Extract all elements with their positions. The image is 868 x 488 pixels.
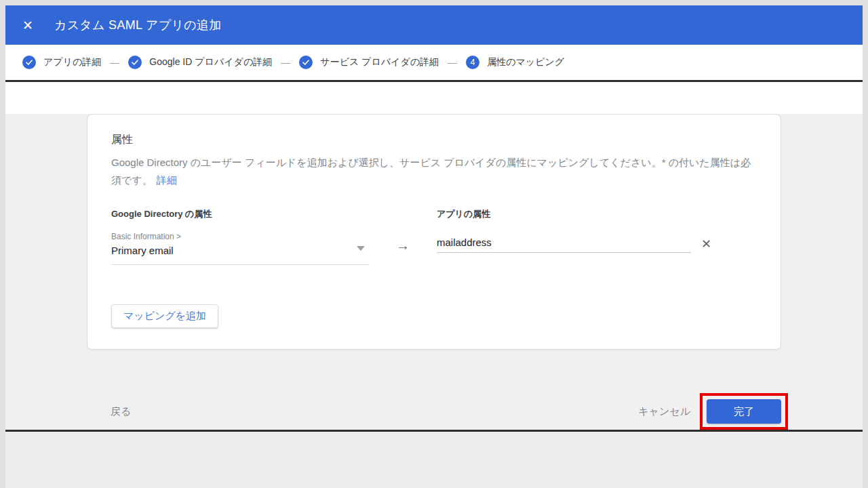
dialog-title: カスタム SAML アプリの追加 [54,17,222,33]
details-link[interactable]: 詳細 [157,174,177,186]
check-icon [299,56,313,69]
card-title: 属性 [111,132,757,147]
add-saml-app-dialog: ✕ カスタム SAML アプリの追加 アプリの詳細 — Google ID プロ… [5,5,863,483]
step-number-badge: 4 [466,56,479,69]
card-description: Google Directory のユーザー フィールドを追加および選択し、サー… [111,154,757,189]
lower-background [5,432,863,488]
google-directory-column-header: Google Directory の属性 [111,208,437,220]
step-google-idp-details[interactable]: Google ID プロバイダの詳細 [128,56,272,69]
mapping-row: Basic Information > Primary email → ✕ [111,231,757,265]
step-number: 4 [471,58,475,66]
stepper: アプリの詳細 — Google ID プロバイダの詳細 — サービス プロバイダ… [5,45,863,80]
app-attribute-input[interactable] [437,237,691,253]
add-mapping-button[interactable]: マッピングを追加 [111,304,218,328]
step-label: サービス プロバイダの詳細 [320,56,439,68]
column-headers: Google Directory の属性 アプリの属性 [111,208,757,220]
directory-attribute-select[interactable]: Basic Information > Primary email [111,231,369,265]
close-icon[interactable]: ✕ [22,19,33,32]
dialog-footer: 戻る キャンセル 完了 [87,388,788,435]
app-attribute-field-wrap [437,237,691,253]
mapping-arrow-icon: → [369,238,437,253]
check-icon [22,56,36,69]
check-icon [128,56,142,69]
back-button[interactable]: 戻る [111,405,131,418]
step-separator: — [448,57,457,68]
select-category-label: Basic Information > [111,231,369,242]
app-attribute-column-header: アプリの属性 [437,208,490,220]
delete-mapping-icon[interactable]: ✕ [701,238,711,250]
done-button[interactable]: 完了 [707,399,781,424]
attributes-card: 属性 Google Directory のユーザー フィールドを追加および選択し… [87,114,781,350]
step-separator: — [110,57,119,68]
dialog-body: 属性 Google Directory のユーザー フィールドを追加および選択し… [5,114,863,430]
dropdown-caret-icon [357,246,365,251]
step-service-provider-details[interactable]: サービス プロバイダの詳細 [299,56,439,69]
step-attribute-mapping[interactable]: 4 属性のマッピング [466,56,564,69]
screenshot-root: ✕ カスタム SAML アプリの追加 アプリの詳細 — Google ID プロ… [0,0,868,488]
step-separator: — [281,57,290,68]
header-divider [5,80,863,82]
annotation-highlight-box: 完了 [700,393,788,430]
select-value: Primary email [111,242,369,260]
step-app-details[interactable]: アプリの詳細 [22,56,101,69]
card-description-text: Google Directory のユーザー フィールドを追加および選択し、サー… [111,157,751,186]
cancel-button[interactable]: キャンセル [638,405,690,418]
step-label: 属性のマッピング [487,56,564,68]
dialog-header: ✕ カスタム SAML アプリの追加 [5,5,863,45]
step-label: Google ID プロバイダの詳細 [149,56,272,68]
step-label: アプリの詳細 [43,56,101,68]
